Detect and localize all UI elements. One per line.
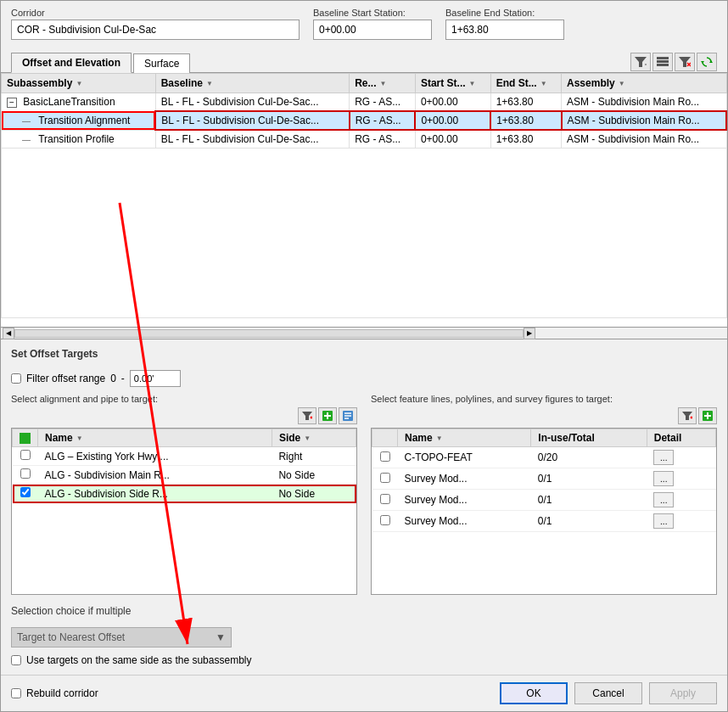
left-add-btn[interactable]	[318, 407, 337, 424]
r1-detail-btn[interactable]: ...	[653, 450, 674, 465]
row1-subassembly: − BasicLaneTransition	[2, 93, 156, 112]
header-area: Corridor Baseline Start Station: Baselin…	[1, 1, 727, 52]
right-table-row[interactable]: Survey Mod... 0/1 ...	[372, 490, 716, 511]
rebuild-checkbox[interactable]	[11, 688, 21, 698]
table-view-btn[interactable]	[652, 53, 673, 71]
right-panel-label: Select feature lines, polylines, and sur…	[371, 394, 717, 404]
scroll-right-btn[interactable]: ▶	[524, 328, 535, 339]
left-table-row-selected[interactable]: ALG - Subdivision Side R... No Side	[13, 485, 356, 503]
row2-subassembly: — Transition Alignment	[2, 111, 156, 130]
right-table-row[interactable]: Survey Mod... 0/1 ...	[372, 511, 716, 532]
row2-region: RG - AS...	[350, 111, 416, 130]
right-filter-icon-btn[interactable]	[678, 407, 697, 424]
r2-check	[372, 468, 398, 490]
row2-baseline: BL - FL - Subdivision Cul-De-Sac...	[155, 111, 349, 130]
row1-end: 1+63.80	[490, 93, 561, 112]
svg-marker-9	[701, 61, 704, 64]
r2-detail-btn[interactable]: ...	[653, 471, 674, 486]
tab-surface[interactable]: Surface	[133, 53, 190, 73]
baseline-start-field-group: Baseline Start Station:	[313, 8, 432, 40]
row3-region: RG - AS...	[350, 130, 416, 149]
table-row[interactable]: − BasicLaneTransition BL - FL - Subdivis…	[2, 93, 727, 112]
row1-region: RG - AS...	[350, 93, 416, 112]
assembly-sort-icon: ▼	[619, 80, 625, 87]
tabs-bar: Offset and Elevation Surface	[1, 52, 727, 73]
end-sort-icon: ▼	[540, 80, 547, 87]
selection-choice-row: Selection choice if multiple	[11, 605, 717, 617]
button-bar: Rebuild corridor OK Cancel Apply	[1, 675, 727, 711]
selection-dropdown[interactable]: Target to Nearest Offset ▼	[11, 627, 232, 648]
r3-detail: ...	[647, 490, 715, 511]
bottom-section: Set Offset Targets Filter offset range 0…	[1, 339, 727, 675]
col-name-right: Name ▼	[398, 429, 531, 447]
filter-checkbox[interactable]	[11, 373, 21, 384]
region-sort-icon: ▼	[380, 80, 387, 87]
expand-icon[interactable]: −	[7, 98, 17, 108]
r3-name: Survey Mod...	[398, 490, 531, 511]
filter-range-input[interactable]	[130, 370, 181, 387]
left-table-row[interactable]: ALG - Subdivision Main R... No Side	[13, 466, 356, 485]
table-row-selected[interactable]: — Transition Alignment BL - FL - Subdivi…	[2, 111, 727, 130]
row3-side: No Side	[272, 485, 356, 503]
cancel-button[interactable]: Cancel	[574, 682, 642, 704]
filter-label: Filter offset range	[26, 373, 105, 384]
left-panel: Select alignment and pipe to target:	[11, 394, 357, 595]
r4-detail-btn[interactable]: ...	[653, 513, 674, 529]
baseline-start-label: Baseline Start Station:	[313, 8, 432, 18]
r1-detail: ...	[647, 447, 715, 468]
same-side-checkbox[interactable]	[11, 655, 21, 665]
name-right-sort-icon: ▼	[436, 434, 443, 442]
baseline-end-input[interactable]	[445, 20, 564, 40]
left-filter-icon-btn[interactable]	[298, 407, 316, 424]
left-panel-label: Select alignment and pipe to target:	[11, 394, 357, 404]
row1-baseline: BL - FL - Subdivision Cul-De-Sac...	[155, 93, 349, 112]
r4-check	[372, 511, 398, 532]
r2-inuse: 0/1	[531, 468, 647, 490]
apply-button[interactable]: Apply	[649, 682, 717, 704]
tab-toolbar	[630, 53, 717, 71]
baseline-start-input[interactable]	[313, 20, 432, 40]
scroll-left-btn[interactable]: ◀	[3, 328, 14, 339]
right-panel-table-wrap: Name ▼ In-use/Total Detail	[371, 428, 717, 595]
h-scrollbar[interactable]	[14, 329, 524, 338]
svg-marker-12	[302, 412, 312, 420]
row1-start: 0+00.00	[415, 93, 490, 112]
left-table-row[interactable]: ALG – Existing York Hwy ... Right	[13, 447, 356, 466]
svg-rect-2	[657, 57, 669, 59]
table-row[interactable]: — Transition Profile BL - FL - Subdivisi…	[2, 130, 727, 149]
ok-button[interactable]: OK	[500, 682, 568, 704]
r2-detail: ...	[647, 468, 715, 490]
col-subassembly: Subassembly ▼	[2, 74, 156, 93]
r1-check	[372, 447, 398, 468]
corridor-field-group: Corridor	[11, 8, 300, 40]
filter-dash: -	[121, 373, 125, 384]
filter-dropdown-btn[interactable]	[630, 53, 651, 71]
filter-remove-btn[interactable]	[675, 53, 695, 71]
col-check-right	[372, 429, 398, 447]
same-side-row: Use targets on the same side as the suba…	[11, 654, 717, 666]
svg-marker-22	[682, 412, 692, 420]
col-check-left	[13, 429, 38, 447]
right-table-row[interactable]: C-TOPO-FEAT 0/20 ...	[372, 447, 716, 468]
row3-subassembly: — Transition Profile	[2, 130, 156, 149]
row2-assembly: ASM - Subdivision Main Ro...	[562, 111, 726, 130]
corridor-input[interactable]	[11, 20, 300, 40]
left-edit-btn[interactable]	[339, 407, 357, 424]
filter-from-value: 0	[110, 373, 116, 384]
corridor-label: Corridor	[11, 8, 300, 18]
rebuild-label: Rebuild corridor	[26, 687, 98, 699]
selection-dropdown-arrow: ▼	[216, 631, 226, 643]
row3-assembly: ASM - Subdivision Main Ro...	[562, 130, 726, 149]
tab-offset-elevation[interactable]: Offset and Elevation	[11, 53, 132, 73]
refresh-btn[interactable]	[697, 53, 717, 71]
row3-check	[13, 485, 38, 503]
name-left-sort-icon: ▼	[76, 434, 83, 442]
row1-check	[13, 447, 38, 466]
same-side-label: Use targets on the same side as the suba…	[26, 654, 251, 666]
r3-detail-btn[interactable]: ...	[653, 492, 674, 507]
row1-side: Right	[272, 447, 356, 466]
right-table-row[interactable]: Survey Mod... 0/1 ...	[372, 468, 716, 490]
selection-dropdown-value: Target to Nearest Offset	[17, 631, 125, 643]
left-panel-toolbar	[11, 407, 357, 424]
right-add-btn[interactable]	[698, 407, 717, 424]
